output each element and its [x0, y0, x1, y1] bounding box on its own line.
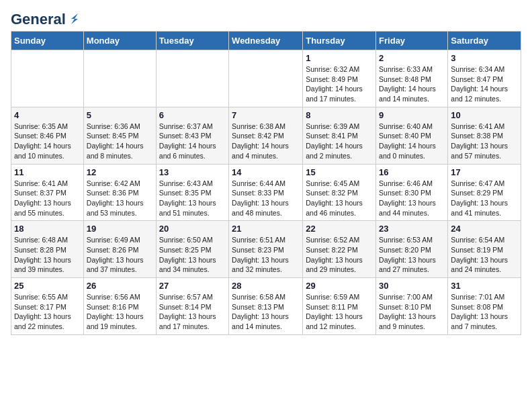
calendar-week-row: 11Sunrise: 6:41 AM Sunset: 8:37 PM Dayli… — [11, 164, 521, 221]
day-number: 28 — [232, 281, 300, 291]
calendar-cell: 13Sunrise: 6:43 AM Sunset: 8:35 PM Dayli… — [156, 164, 228, 221]
day-info: Sunrise: 6:59 AM Sunset: 8:11 PM Dayligh… — [306, 292, 373, 332]
calendar-week-row: 4Sunrise: 6:35 AM Sunset: 8:46 PM Daylig… — [11, 107, 521, 164]
weekday-header-monday: Monday — [83, 32, 156, 50]
day-info: Sunrise: 6:58 AM Sunset: 8:13 PM Dayligh… — [232, 292, 300, 332]
day-info: Sunrise: 6:39 AM Sunset: 8:41 PM Dayligh… — [306, 122, 373, 161]
day-info: Sunrise: 6:41 AM Sunset: 8:37 PM Dayligh… — [14, 179, 81, 218]
calendar-week-row: 1Sunrise: 6:32 AM Sunset: 8:49 PM Daylig… — [11, 50, 521, 107]
calendar-cell: 16Sunrise: 6:46 AM Sunset: 8:30 PM Dayli… — [376, 164, 448, 221]
calendar-cell: 9Sunrise: 6:40 AM Sunset: 8:40 PM Daylig… — [376, 107, 448, 164]
day-number: 24 — [451, 224, 518, 234]
calendar-cell: 6Sunrise: 6:37 AM Sunset: 8:43 PM Daylig… — [156, 107, 228, 164]
calendar-cell: 14Sunrise: 6:44 AM Sunset: 8:33 PM Dayli… — [229, 164, 303, 221]
logo: General — [11, 11, 82, 26]
day-number: 2 — [379, 53, 445, 63]
calendar-cell: 18Sunrise: 6:48 AM Sunset: 8:28 PM Dayli… — [11, 221, 84, 278]
calendar-cell: 7Sunrise: 6:38 AM Sunset: 8:42 PM Daylig… — [229, 107, 303, 164]
day-number: 4 — [14, 110, 81, 120]
calendar-cell: 26Sunrise: 6:56 AM Sunset: 8:16 PM Dayli… — [83, 278, 156, 335]
day-info: Sunrise: 7:00 AM Sunset: 8:10 PM Dayligh… — [379, 292, 445, 332]
calendar-cell: 5Sunrise: 6:36 AM Sunset: 8:45 PM Daylig… — [83, 107, 156, 164]
day-number: 9 — [379, 110, 445, 120]
weekday-header-row: SundayMondayTuesdayWednesdayThursdayFrid… — [11, 32, 521, 50]
day-info: Sunrise: 6:42 AM Sunset: 8:36 PM Dayligh… — [87, 179, 153, 218]
calendar-cell: 2Sunrise: 6:33 AM Sunset: 8:48 PM Daylig… — [376, 50, 448, 107]
logo-icon — [67, 12, 82, 27]
day-number: 5 — [87, 110, 153, 120]
day-number: 31 — [451, 281, 518, 291]
day-number: 14 — [232, 167, 300, 177]
day-info: Sunrise: 7:01 AM Sunset: 8:08 PM Dayligh… — [451, 292, 518, 332]
calendar-cell — [83, 50, 156, 107]
weekday-header-thursday: Thursday — [303, 32, 376, 50]
day-number: 25 — [14, 281, 81, 291]
calendar-cell: 24Sunrise: 6:54 AM Sunset: 8:19 PM Dayli… — [448, 221, 521, 278]
day-info: Sunrise: 6:48 AM Sunset: 8:28 PM Dayligh… — [14, 235, 81, 275]
weekday-header-friday: Friday — [376, 32, 448, 50]
day-number: 18 — [14, 224, 81, 234]
calendar-cell: 19Sunrise: 6:49 AM Sunset: 8:26 PM Dayli… — [83, 221, 156, 278]
day-info: Sunrise: 6:44 AM Sunset: 8:33 PM Dayligh… — [232, 179, 300, 218]
day-number: 3 — [451, 53, 518, 63]
day-number: 8 — [306, 110, 373, 120]
day-info: Sunrise: 6:37 AM Sunset: 8:43 PM Dayligh… — [159, 122, 226, 161]
day-number: 19 — [87, 224, 153, 234]
day-number: 30 — [379, 281, 445, 291]
calendar-cell: 20Sunrise: 6:50 AM Sunset: 8:25 PM Dayli… — [156, 221, 228, 278]
day-info: Sunrise: 6:57 AM Sunset: 8:14 PM Dayligh… — [159, 292, 226, 332]
calendar-cell: 4Sunrise: 6:35 AM Sunset: 8:46 PM Daylig… — [11, 107, 84, 164]
svg-marker-0 — [71, 13, 78, 24]
day-info: Sunrise: 6:34 AM Sunset: 8:47 PM Dayligh… — [451, 64, 518, 104]
day-info: Sunrise: 6:43 AM Sunset: 8:35 PM Dayligh… — [159, 179, 226, 218]
day-number: 20 — [159, 224, 226, 234]
calendar-cell: 31Sunrise: 7:01 AM Sunset: 8:08 PM Dayli… — [448, 278, 521, 335]
calendar-cell: 10Sunrise: 6:41 AM Sunset: 8:38 PM Dayli… — [448, 107, 521, 164]
day-number: 10 — [451, 110, 518, 120]
calendar-week-row: 25Sunrise: 6:55 AM Sunset: 8:17 PM Dayli… — [11, 278, 521, 335]
day-number: 1 — [306, 53, 373, 63]
day-info: Sunrise: 6:49 AM Sunset: 8:26 PM Dayligh… — [87, 235, 153, 275]
calendar-cell — [156, 50, 228, 107]
day-number: 16 — [379, 167, 445, 177]
calendar-cell — [11, 50, 84, 107]
day-info: Sunrise: 6:35 AM Sunset: 8:46 PM Dayligh… — [14, 122, 81, 161]
calendar-cell: 3Sunrise: 6:34 AM Sunset: 8:47 PM Daylig… — [448, 50, 521, 107]
calendar-cell: 12Sunrise: 6:42 AM Sunset: 8:36 PM Dayli… — [83, 164, 156, 221]
day-info: Sunrise: 6:54 AM Sunset: 8:19 PM Dayligh… — [451, 235, 518, 275]
day-number: 22 — [306, 224, 373, 234]
calendar-cell: 22Sunrise: 6:52 AM Sunset: 8:22 PM Dayli… — [303, 221, 376, 278]
calendar-cell: 29Sunrise: 6:59 AM Sunset: 8:11 PM Dayli… — [303, 278, 376, 335]
day-info: Sunrise: 6:52 AM Sunset: 8:22 PM Dayligh… — [306, 235, 373, 275]
day-number: 21 — [232, 224, 300, 234]
day-number: 6 — [159, 110, 226, 120]
day-info: Sunrise: 6:45 AM Sunset: 8:32 PM Dayligh… — [306, 179, 373, 218]
day-number: 11 — [14, 167, 81, 177]
day-number: 17 — [451, 167, 518, 177]
day-info: Sunrise: 6:41 AM Sunset: 8:38 PM Dayligh… — [451, 122, 518, 161]
weekday-header-tuesday: Tuesday — [156, 32, 228, 50]
day-info: Sunrise: 6:40 AM Sunset: 8:40 PM Dayligh… — [379, 122, 445, 161]
weekday-header-saturday: Saturday — [448, 32, 521, 50]
weekday-header-wednesday: Wednesday — [229, 32, 303, 50]
day-info: Sunrise: 6:53 AM Sunset: 8:20 PM Dayligh… — [379, 235, 445, 275]
day-info: Sunrise: 6:33 AM Sunset: 8:48 PM Dayligh… — [379, 64, 445, 104]
day-info: Sunrise: 6:51 AM Sunset: 8:23 PM Dayligh… — [232, 235, 300, 275]
calendar-cell: 8Sunrise: 6:39 AM Sunset: 8:41 PM Daylig… — [303, 107, 376, 164]
day-info: Sunrise: 6:38 AM Sunset: 8:42 PM Dayligh… — [232, 122, 300, 161]
day-info: Sunrise: 6:55 AM Sunset: 8:17 PM Dayligh… — [14, 292, 81, 332]
day-number: 12 — [87, 167, 153, 177]
calendar-cell: 27Sunrise: 6:57 AM Sunset: 8:14 PM Dayli… — [156, 278, 228, 335]
day-info: Sunrise: 6:47 AM Sunset: 8:29 PM Dayligh… — [451, 179, 518, 218]
calendar-table: SundayMondayTuesdayWednesdayThursdayFrid… — [11, 31, 521, 335]
calendar-cell — [229, 50, 303, 107]
day-number: 7 — [232, 110, 300, 120]
calendar-cell: 23Sunrise: 6:53 AM Sunset: 8:20 PM Dayli… — [376, 221, 448, 278]
page-header: General — [11, 11, 521, 26]
day-info: Sunrise: 6:36 AM Sunset: 8:45 PM Dayligh… — [87, 122, 153, 161]
day-number: 23 — [379, 224, 445, 234]
day-info: Sunrise: 6:46 AM Sunset: 8:30 PM Dayligh… — [379, 179, 445, 218]
calendar-week-row: 18Sunrise: 6:48 AM Sunset: 8:28 PM Dayli… — [11, 221, 521, 278]
logo-general: General — [11, 11, 66, 28]
day-number: 29 — [306, 281, 373, 291]
